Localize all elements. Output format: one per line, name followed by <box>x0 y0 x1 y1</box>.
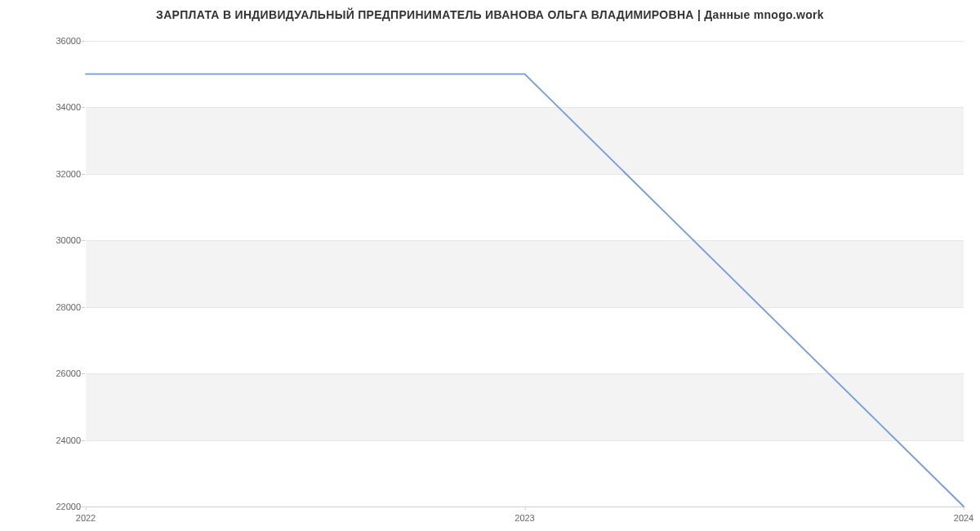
y-tick-label: 36000 <box>48 36 81 46</box>
y-tick-label: 22000 <box>48 502 81 511</box>
x-tick-label: 2024 <box>954 513 973 523</box>
x-tick-label: 2023 <box>514 513 534 523</box>
line-layer <box>86 41 964 506</box>
series-line-salary <box>86 74 964 506</box>
y-tick-label: 28000 <box>48 302 81 312</box>
x-tick-label: 2022 <box>76 513 96 523</box>
y-tick-label: 26000 <box>48 368 81 378</box>
y-tick-label: 32000 <box>48 169 81 179</box>
salary-line-chart: ЗАРПЛАТА В ИНДИВИДУАЛЬНЫЙ ПРЕДПРИНИМАТЕЛ… <box>0 0 980 531</box>
y-tick-label: 30000 <box>48 235 81 245</box>
chart-title: ЗАРПЛАТА В ИНДИВИДУАЛЬНЫЙ ПРЕДПРИНИМАТЕЛ… <box>0 8 980 21</box>
y-tick-label: 34000 <box>48 102 81 112</box>
y-tick-label: 24000 <box>48 435 81 445</box>
plot-area <box>86 41 964 507</box>
